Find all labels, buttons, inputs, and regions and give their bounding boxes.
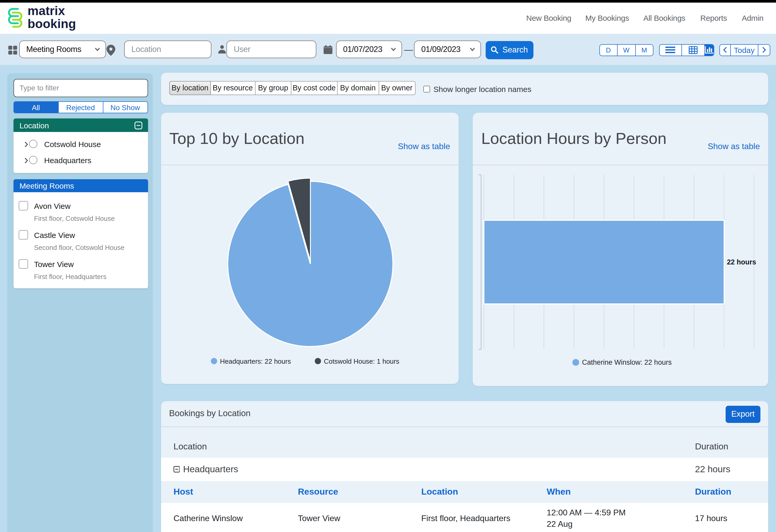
svg-text:22 hours: 22 hours — [727, 258, 756, 266]
